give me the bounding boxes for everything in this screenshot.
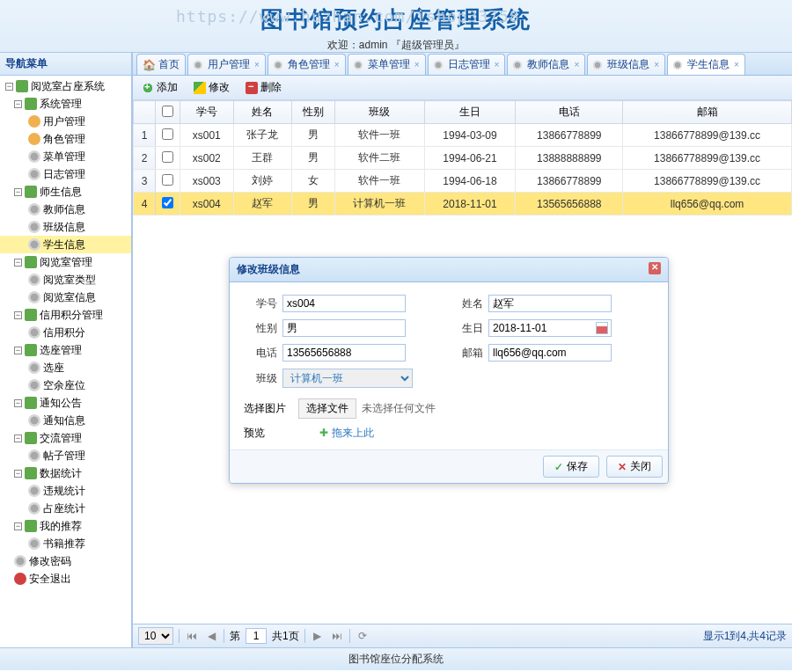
save-button[interactable]: ✓保存 <box>543 456 599 478</box>
tab-close-icon[interactable]: × <box>334 60 340 69</box>
tab-close-icon[interactable]: × <box>574 60 579 69</box>
add-button[interactable]: 添加 <box>138 78 181 97</box>
tree-item[interactable]: 用户管理 <box>0 113 131 130</box>
sex-input[interactable] <box>282 319 406 337</box>
tab-close-icon[interactable]: × <box>254 60 260 69</box>
gear-icon <box>28 326 40 339</box>
select-all-checkbox[interactable] <box>162 106 173 117</box>
gear-icon <box>28 221 40 233</box>
edit-icon <box>194 82 206 94</box>
tab[interactable]: 教师信息× <box>507 54 585 75</box>
tree-item[interactable]: 选座 <box>0 359 131 376</box>
tree-item[interactable]: 阅览室类型 <box>0 271 131 289</box>
col-header[interactable]: 生日 <box>424 101 516 124</box>
class-select[interactable]: 计算机一班 <box>282 369 413 388</box>
table-row[interactable]: 3xs003刘婷女软件一班1994-06-1813866778899138667… <box>134 170 792 193</box>
tree-item[interactable]: 阅览室信息 <box>0 289 131 306</box>
col-header[interactable]: 邮箱 <box>623 101 792 124</box>
tree-group[interactable]: −通知公告 <box>0 394 131 412</box>
phone-input[interactable] <box>282 344 406 362</box>
refresh-button[interactable]: ⟳ <box>356 629 370 643</box>
page-input[interactable] <box>246 628 267 644</box>
tab-close-icon[interactable]: × <box>414 60 420 69</box>
tree-group[interactable]: −选座管理 <box>0 341 131 359</box>
tree-item[interactable]: 菜单管理 <box>0 148 131 165</box>
tab-close-icon[interactable]: × <box>495 60 500 69</box>
next-page-button[interactable]: ▶ <box>311 629 325 643</box>
add-icon <box>142 82 154 94</box>
tree-item[interactable]: 帖子管理 <box>0 447 131 464</box>
tree-item[interactable]: 信用积分 <box>0 324 131 341</box>
tree-item[interactable]: 占座统计 <box>0 500 131 517</box>
tree-group[interactable]: −系统管理 <box>0 95 131 113</box>
tree-item[interactable]: 教师信息 <box>0 201 131 218</box>
gear-icon <box>28 362 40 374</box>
cell: 男 <box>291 193 334 215</box>
tab[interactable]: 菜单管理× <box>348 54 426 75</box>
tree-item[interactable]: 班级信息 <box>0 218 131 236</box>
col-header[interactable]: 姓名 <box>233 101 291 124</box>
tab-close-icon[interactable]: × <box>654 60 659 69</box>
tree-group[interactable]: −我的推荐 <box>0 517 131 535</box>
tree-item[interactable]: 空余座位 <box>0 376 131 394</box>
name-input[interactable] <box>488 295 612 312</box>
tab[interactable]: 日志管理× <box>428 54 506 75</box>
tab[interactable]: 学生信息× <box>667 54 745 75</box>
drag-upload-link[interactable]: ✚拖来上此 <box>319 426 374 441</box>
email-input[interactable] <box>488 344 612 362</box>
tree-item[interactable]: 日志管理 <box>0 165 131 183</box>
cell: 王群 <box>233 147 291 170</box>
tree-item[interactable]: 违规统计 <box>0 482 131 500</box>
tab[interactable]: 🏠首页 <box>136 54 186 75</box>
tree-item[interactable]: 修改密码 <box>0 552 131 570</box>
row-checkbox[interactable] <box>162 128 173 140</box>
table-row[interactable]: 2xs002王群男软件二班1994-06-2113888888899138667… <box>134 147 792 170</box>
gear-icon <box>14 555 26 567</box>
close-icon: ✕ <box>618 461 627 473</box>
close-button[interactable]: ✕关闭 <box>606 456 663 478</box>
row-checkbox[interactable] <box>162 151 173 163</box>
tree-group[interactable]: −信用积分管理 <box>0 306 131 324</box>
tab-close-icon[interactable]: × <box>734 60 739 69</box>
tab[interactable]: 角色管理× <box>268 54 346 75</box>
tree-group[interactable]: −师生信息 <box>0 183 131 201</box>
col-header[interactable]: 性别 <box>291 101 334 124</box>
tree-root[interactable]: −阅览室占座系统 <box>0 77 131 95</box>
prev-page-button[interactable]: ◀ <box>204 629 218 643</box>
sno-input[interactable] <box>282 295 406 312</box>
page-size-select[interactable]: 10 <box>138 627 173 645</box>
row-checkbox[interactable] <box>162 174 173 186</box>
cell: 13866778899 <box>516 170 623 193</box>
tab[interactable]: 班级信息× <box>587 54 665 75</box>
tab-label: 首页 <box>158 57 180 72</box>
tree-item[interactable]: 通知信息 <box>0 412 131 429</box>
gear-icon <box>274 61 282 69</box>
gear-icon <box>513 61 522 69</box>
calendar-icon[interactable] <box>596 322 608 334</box>
tree-group[interactable]: −数据统计 <box>0 464 131 482</box>
tree-item[interactable]: 安全退出 <box>0 570 131 588</box>
gear-icon <box>28 133 40 145</box>
tree-group[interactable]: −阅览室管理 <box>0 253 131 271</box>
col-header[interactable]: 班级 <box>334 101 424 124</box>
col-header[interactable]: 学号 <box>180 101 234 124</box>
col-header[interactable]: 电话 <box>516 101 623 124</box>
tree-group[interactable]: −交流管理 <box>0 429 131 447</box>
edit-button[interactable]: 修改 <box>190 78 233 97</box>
table-row[interactable]: 1xs001张子龙男软件一班1994-03-091386677889913866… <box>134 124 792 147</box>
dialog-header[interactable]: 修改班级信息 ✕ <box>230 258 668 282</box>
table-row[interactable]: 4xs004赵军男计算机一班2018-11-0113565656888llq65… <box>134 193 792 215</box>
row-checkbox[interactable] <box>162 197 173 208</box>
tab[interactable]: 用户管理× <box>187 54 266 75</box>
delete-button[interactable]: 删除 <box>242 78 285 97</box>
tree-item[interactable]: 学生信息 <box>0 236 131 253</box>
first-page-button[interactable]: ⏮ <box>185 629 199 643</box>
gear-icon <box>28 168 40 180</box>
tree-item[interactable]: 角色管理 <box>0 130 131 148</box>
tree-item[interactable]: 书籍推荐 <box>0 535 131 552</box>
birth-input[interactable] <box>488 319 612 337</box>
tab-label: 学生信息 <box>687 57 730 72</box>
dialog-close-button[interactable]: ✕ <box>649 262 661 274</box>
choose-file-button[interactable]: 选择文件 <box>298 398 356 419</box>
last-page-button[interactable]: ⏭ <box>330 629 344 643</box>
